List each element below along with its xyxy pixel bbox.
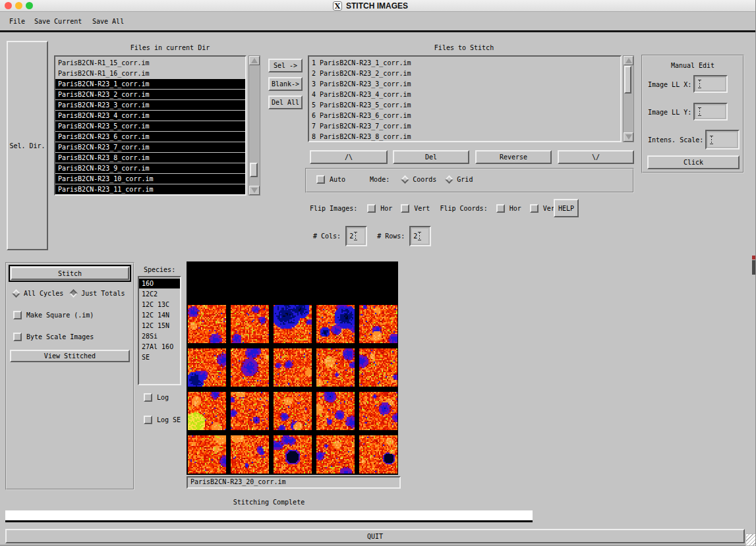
species-item[interactable]: 12C 15N bbox=[139, 321, 180, 331]
help-button[interactable]: HELP bbox=[554, 199, 579, 217]
intens-scale-field[interactable] bbox=[705, 130, 740, 150]
make-square-checkbox[interactable] bbox=[13, 311, 22, 319]
coords-label: Coords bbox=[413, 176, 436, 183]
species-list[interactable]: 16O12C212C 13C12C 14N12C 15N28Si27Al 16O… bbox=[138, 276, 181, 385]
up-arrow-label: /\ bbox=[345, 153, 353, 161]
scrollbar-thumb[interactable] bbox=[624, 66, 631, 94]
sel-transfer-button[interactable]: Sel -> bbox=[268, 59, 303, 72]
stitch-file-item[interactable]: 5 ParisB2CN-R23_5_corr.im bbox=[309, 100, 620, 110]
text-caret bbox=[709, 136, 714, 144]
scroll-down-icon[interactable] bbox=[249, 186, 260, 195]
files-to-stitch-scrollbar[interactable] bbox=[623, 55, 634, 142]
file-item[interactable]: ParisB2CN-R23_11_corr.im bbox=[55, 184, 245, 194]
files-in-dir-scrollbar[interactable] bbox=[248, 55, 260, 196]
stitch-button[interactable]: Stitch bbox=[11, 267, 129, 280]
manual-edit-panel: Manual Edit Image LL X: Image LL Y: Inte… bbox=[641, 55, 744, 173]
menu-save-all[interactable]: Save All bbox=[92, 17, 124, 26]
stitch-file-item[interactable]: 2 ParisB2CN-R23_2_corr.im bbox=[309, 68, 620, 78]
image-ll-x-field[interactable] bbox=[693, 75, 728, 93]
file-item[interactable]: ParisB2CN-R23_1_corr.im bbox=[55, 79, 245, 89]
species-item[interactable]: SE bbox=[139, 352, 180, 362]
species-item[interactable]: 28Si bbox=[139, 331, 180, 341]
flip-images-hor-label: Hor bbox=[380, 205, 392, 212]
move-down-button[interactable]: \/ bbox=[558, 150, 634, 164]
title-bar: X STITCH IMAGES bbox=[0, 0, 756, 12]
image-ll-y-field[interactable] bbox=[693, 103, 728, 121]
file-item[interactable]: ParisB2CN-R23_5_corr.im bbox=[55, 121, 245, 131]
coords-radio[interactable] bbox=[401, 175, 409, 184]
blank-transfer-button[interactable]: Blank-> bbox=[268, 77, 303, 91]
num-cols-field[interactable]: 2 bbox=[345, 226, 367, 246]
delete-file-button[interactable]: Del bbox=[393, 150, 469, 164]
log-checkbox[interactable] bbox=[144, 393, 152, 402]
minimize-window-icon[interactable] bbox=[15, 2, 22, 9]
all-cycles-radio[interactable] bbox=[12, 289, 20, 298]
view-stitched-button[interactable]: View Stitched bbox=[10, 350, 130, 362]
blank-transfer-label: Blank-> bbox=[272, 80, 299, 88]
stitch-file-item[interactable]: 4 ParisB2CN-R23_4_corr.im bbox=[309, 90, 620, 99]
menu-save-current[interactable]: Save Current bbox=[34, 17, 82, 26]
file-item[interactable]: ParisB2CN-R23_10_corr.im bbox=[55, 174, 245, 184]
stitched-preview-canvas[interactable] bbox=[187, 261, 398, 475]
stitch-file-item[interactable]: 6 ParisB2CN-R23_6_corr.im bbox=[309, 111, 620, 121]
flip-coords-vert-checkbox[interactable] bbox=[530, 204, 538, 213]
num-rows-field[interactable]: 2 bbox=[409, 226, 431, 246]
stitched-tile bbox=[359, 392, 397, 430]
flip-coords-hor-checkbox[interactable] bbox=[496, 204, 505, 213]
click-button[interactable]: Click bbox=[647, 155, 740, 169]
stitch-file-item[interactable]: 3 ParisB2CN-R23_3_corr.im bbox=[309, 79, 620, 89]
preview-filename-field[interactable]: ParisB2CN-R23_20_corr.im bbox=[187, 476, 401, 489]
flip-images-hor-checkbox[interactable] bbox=[367, 204, 376, 213]
file-item[interactable]: ParisB2CN-R1_15_corr.im bbox=[55, 58, 245, 68]
byte-scale-checkbox[interactable] bbox=[13, 333, 22, 341]
scroll-down-icon[interactable] bbox=[624, 132, 633, 142]
file-item[interactable]: ParisB2CN-R23_2_corr.im bbox=[55, 90, 245, 99]
file-item[interactable]: ParisB2CN-R23_8_corr.im bbox=[55, 153, 245, 163]
stitched-tile bbox=[231, 392, 269, 430]
species-item[interactable]: 12C 13C bbox=[139, 300, 180, 310]
quit-button[interactable]: QUIT bbox=[5, 529, 745, 543]
stitch-file-item[interactable]: 8 ParisB2CN-R23_8_corr.im bbox=[309, 132, 620, 142]
resize-grip-icon[interactable] bbox=[745, 533, 756, 546]
reverse-button[interactable]: Reverse bbox=[475, 150, 552, 164]
species-item[interactable]: 27Al 16O bbox=[139, 342, 180, 352]
scroll-up-icon[interactable] bbox=[624, 56, 633, 65]
scroll-up-icon[interactable] bbox=[249, 56, 260, 65]
text-caret bbox=[697, 107, 702, 116]
window-title: STITCH IMAGES bbox=[346, 1, 408, 11]
select-directory-button[interactable]: Sel. Dir. bbox=[7, 41, 48, 250]
files-to-stitch-label: Files to Stitch bbox=[308, 44, 620, 51]
grid-radio[interactable] bbox=[445, 175, 453, 184]
stitched-tile bbox=[274, 305, 312, 343]
mode-label: Mode: bbox=[370, 176, 390, 183]
file-item[interactable]: ParisB2CN-R23_9_corr.im bbox=[55, 163, 245, 173]
files-to-stitch-list[interactable]: 1 ParisB2CN-R23_1_corr.im2 ParisB2CN-R23… bbox=[308, 55, 622, 142]
file-item[interactable]: ParisB2CN-R23_4_corr.im bbox=[55, 111, 245, 121]
menu-file[interactable]: File bbox=[9, 17, 25, 26]
num-rows-label: # Rows: bbox=[377, 232, 405, 240]
del-all-button[interactable]: Del All bbox=[268, 96, 303, 109]
scrollbar-thumb[interactable] bbox=[250, 163, 258, 177]
stitched-tile bbox=[359, 435, 397, 474]
file-item[interactable]: ParisB2CN-R23_6_corr.im bbox=[55, 132, 245, 142]
files-in-dir-list[interactable]: ParisB2CN-R1_15_corr.imParisB2CN-R1_16_c… bbox=[54, 55, 247, 196]
log-se-checkbox[interactable] bbox=[144, 416, 152, 424]
move-up-button[interactable]: /\ bbox=[310, 150, 388, 164]
make-square-label: Make Square (.im) bbox=[26, 312, 94, 319]
stitch-file-item[interactable]: 7 ParisB2CN-R23_7_corr.im bbox=[309, 121, 620, 131]
zoom-window-icon[interactable] bbox=[26, 2, 33, 9]
just-totals-radio[interactable] bbox=[69, 289, 78, 298]
text-caret bbox=[353, 232, 358, 240]
command-input[interactable] bbox=[5, 510, 533, 522]
auto-checkbox[interactable] bbox=[316, 175, 325, 184]
file-item[interactable]: ParisB2CN-R23_3_corr.im bbox=[55, 100, 245, 110]
file-item[interactable]: ParisB2CN-R23_7_corr.im bbox=[55, 142, 245, 152]
stitch-file-item[interactable]: 1 ParisB2CN-R23_1_corr.im bbox=[309, 58, 620, 68]
species-item[interactable]: 16O bbox=[139, 279, 180, 288]
flip-images-vert-checkbox[interactable] bbox=[401, 204, 409, 213]
species-item[interactable]: 12C 14N bbox=[139, 310, 180, 320]
view-stitched-label: View Stitched bbox=[44, 352, 96, 360]
species-item[interactable]: 12C2 bbox=[139, 289, 180, 299]
close-window-icon[interactable] bbox=[5, 2, 12, 9]
file-item[interactable]: ParisB2CN-R1_16_corr.im bbox=[55, 68, 245, 78]
